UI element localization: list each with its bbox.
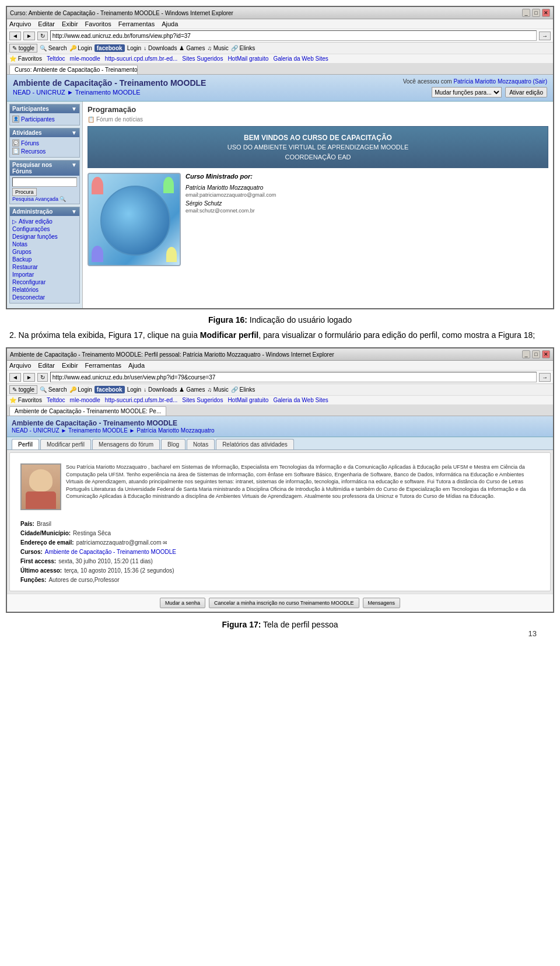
back-btn-2[interactable]: ◄	[9, 373, 21, 382]
galeria-link-2[interactable]: Galeria da Web Sites	[273, 397, 328, 403]
login-btn[interactable]: Login	[127, 45, 141, 51]
welcome-line1: BEM VINDOS AO CURSO DE CAPACITAÇÃO	[100, 134, 536, 142]
facebook-badge[interactable]: facebook	[94, 44, 125, 52]
ativar-edicao-btn[interactable]: Ativar edição	[505, 87, 547, 97]
admin-ativar-link[interactable]: ▷ Ativar edição	[12, 218, 77, 225]
moodle-content-2: Ambiente de Capacitação - Treinamento MO…	[7, 416, 553, 612]
forward-btn[interactable]: ►	[23, 32, 35, 40]
sucuri-link-2[interactable]: http-sucuri.cpd.ufsm.br-ed...	[105, 397, 178, 403]
procura-btn[interactable]: Procura	[12, 188, 37, 196]
admin-reconfigurar-link[interactable]: Reconfigurar	[12, 278, 77, 286]
menu2-exibir[interactable]: Exibir	[62, 362, 78, 369]
browser-tabs-1: Curso: Ambiente de Capacitação - Treinam…	[7, 64, 553, 75]
close-btn[interactable]: ✕	[542, 9, 550, 17]
facebook-badge-2[interactable]: facebook	[94, 386, 125, 393]
sidebar-participantes-link[interactable]: 👤 Participantes	[12, 115, 77, 123]
hotmail-link[interactable]: HotMail gratuito	[228, 55, 268, 62]
admin-designar-link[interactable]: Designar funções	[12, 233, 77, 240]
back-btn[interactable]: ◄	[9, 32, 21, 40]
body-text-paragraph: 2. Na próxima tela exibida, Figura 17, c…	[9, 329, 551, 341]
admin-grupos-link[interactable]: Grupos	[12, 248, 77, 256]
sucuri-link[interactable]: http-sucuri.cpd.ufsm.br-ed...	[105, 55, 178, 62]
forum-link[interactable]: 📋 Fórum de notícias	[88, 116, 548, 123]
refresh-btn-2[interactable]: ↻	[37, 373, 48, 382]
maximize-btn-2[interactable]: □	[532, 350, 540, 358]
active-tab-2[interactable]: Ambiente de Capacitação - Treinamento MO…	[9, 406, 166, 416]
favbar-1: ⭐ Favoritos Teltdoc mle-moodle http-sucu…	[7, 54, 553, 64]
sites-sugeridos[interactable]: Sites Sugeridos	[182, 55, 223, 62]
admin-desconectar-link[interactable]: Desconectar	[12, 294, 77, 301]
sidebar-recursos-link[interactable]: 📄 Recursos	[12, 147, 77, 155]
menu-favoritos[interactable]: Favoritos	[85, 20, 111, 27]
menu2-ajuda[interactable]: Ajuda	[128, 362, 145, 369]
forum-search-input[interactable]	[12, 177, 77, 187]
tab-relatorios[interactable]: Relatórios das atividades	[216, 439, 294, 449]
funcoes-value: Autores de curso,Professor	[48, 576, 119, 585]
tab-perfil[interactable]: Perfil	[12, 439, 39, 449]
menu-editar[interactable]: Editar	[38, 20, 55, 27]
galeria-link[interactable]: Galeria da Web Sites	[273, 55, 328, 62]
mle-link[interactable]: mle-moodle	[70, 55, 100, 62]
address-input-1[interactable]	[50, 30, 537, 41]
moodle-user-area: Você acessou com Patrícia Mariotto Mozza…	[403, 78, 547, 97]
email-value: patriciamozzaquatro@gmail.com ✉	[76, 538, 168, 547]
admin-importar-link[interactable]: Importar	[12, 271, 77, 278]
mle-link-2[interactable]: mle-moodle	[70, 397, 100, 403]
go-btn[interactable]: →	[539, 32, 551, 40]
menu2-ferramentas[interactable]: Ferramentas	[85, 362, 121, 369]
minimize-btn-2[interactable]: _	[522, 350, 530, 358]
admin-configuracoes-link[interactable]: Configurações	[12, 225, 77, 233]
address-input-2[interactable]	[50, 372, 537, 382]
close-btn-2[interactable]: ✕	[542, 350, 550, 358]
profile-content-area: Sou Patrícia Mariotto Mozzaquatro , bach…	[16, 459, 544, 515]
cidade-value: Restinga Sêca	[73, 529, 111, 538]
forward-btn-2[interactable]: ►	[23, 373, 35, 382]
sidebar-foruns-link[interactable]: 💬 Fóruns	[12, 139, 77, 147]
tab-notas[interactable]: Notas	[187, 439, 215, 449]
foruns-icon: 💬	[12, 140, 19, 147]
menu-ferramentas[interactable]: Ferramentas	[118, 20, 155, 27]
search-label-2: 🔍 Search	[40, 386, 66, 393]
menu-arquivo[interactable]: Arquivo	[9, 20, 31, 27]
browser-window-2: Ambiente de Capacitação - Treinamento MO…	[6, 347, 554, 613]
teltdoc-link-2[interactable]: Teltdoc	[47, 397, 65, 403]
tab-mensagens-forum[interactable]: Mensagens do fórum	[92, 439, 160, 449]
sidebar-block-atividades: Atividades ▼ 💬 Fóruns 📄 Recursos	[9, 128, 80, 158]
menu-exibir[interactable]: Exibir	[62, 20, 78, 27]
admin-restaurar-link[interactable]: Restaurar	[12, 263, 77, 271]
mensagens-btn[interactable]: Mensagens	[363, 598, 401, 608]
teltdoc-link[interactable]: Teltdoc	[47, 55, 65, 62]
refresh-btn[interactable]: ↻	[37, 32, 48, 40]
cancelar-inscricao-btn[interactable]: Cancelar a minha inscrição no curso Trei…	[209, 598, 359, 608]
moodle-breadcrumb: NEAD - UNICRUZ ► Treinamento MOODLE	[13, 89, 206, 96]
instructor1-name: Patrícia Mariotto Mozzaquatro	[186, 184, 548, 191]
moodle-header-2: Ambiente de Capacitação - Treinamento MO…	[7, 416, 553, 437]
tab-blog[interactable]: Blog	[161, 439, 186, 449]
login-btn-2[interactable]: Login	[127, 386, 141, 393]
menu-ajuda[interactable]: Ajuda	[162, 20, 178, 27]
profile-details: País: Brasil Cidade/Município: Restinga …	[16, 519, 544, 585]
admin-notas-link[interactable]: Notas	[12, 240, 77, 248]
admin-backup-link[interactable]: Backup	[12, 256, 77, 263]
profile-body	[26, 491, 57, 509]
course-ministrado-title: Curso Ministrado por:	[186, 173, 548, 180]
admin-relatorios-link[interactable]: Relatórios	[12, 286, 77, 294]
minimize-btn[interactable]: _	[522, 9, 530, 17]
user-name-link[interactable]: Patrícia Mariotto Mozzaquatro (Sair)	[453, 78, 547, 85]
cursos-value[interactable]: Ambiente de Capacitação - Treinamento MO…	[45, 547, 176, 557]
maximize-btn[interactable]: □	[532, 9, 540, 17]
moodle-page-title: Ambiente de Capacitação - Treinamento MO…	[13, 78, 206, 88]
tab-modificar-perfil[interactable]: Modificar perfil	[40, 439, 91, 449]
search-label: 🔍 Search	[40, 45, 66, 51]
menu2-editar[interactable]: Editar	[38, 362, 55, 369]
sites-sugeridos-2[interactable]: Sites Sugeridos	[182, 397, 223, 403]
active-tab-1[interactable]: Curso: Ambiente de Capacitação - Treinam…	[9, 65, 138, 74]
mudar-funcoes-select[interactable]: Mudar funções para...	[432, 87, 502, 97]
cursos-label: Cursos:	[20, 547, 43, 557]
mudar-senha-btn[interactable]: Mudar a senha	[160, 598, 205, 608]
hotmail-link-2[interactable]: HotMail gratuito	[228, 397, 268, 403]
go-btn-2[interactable]: →	[539, 373, 551, 382]
menu2-arquivo[interactable]: Arquivo	[9, 362, 31, 369]
pesquisa-avancada-link[interactable]: Pesquisa Avançada 🔍	[12, 196, 77, 202]
profile-tabs: Perfil Modificar perfil Mensagens do fór…	[7, 437, 553, 450]
